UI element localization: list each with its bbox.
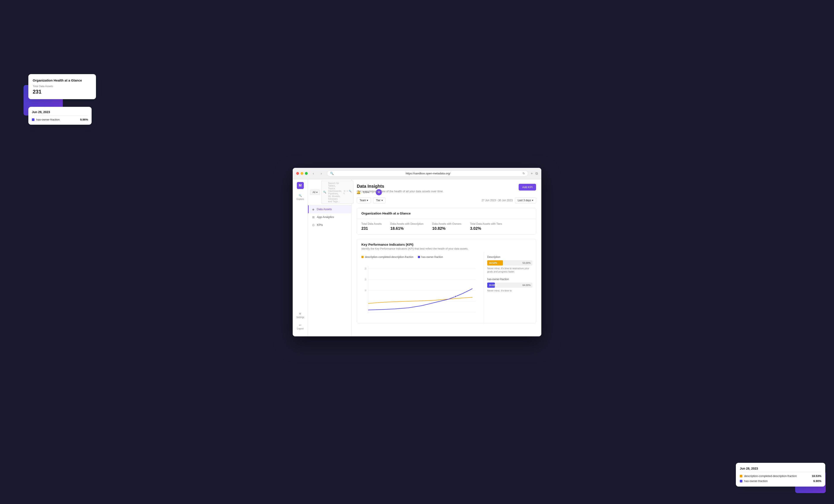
stat-label-owners: Data Assets with Owners xyxy=(432,222,461,225)
stat-label-desc: Data Assets with Description xyxy=(390,222,423,225)
explore-icon: 🔍 xyxy=(299,194,302,197)
dot-red[interactable] xyxy=(296,172,299,175)
date-range-button[interactable]: Last 3 days ▾ xyxy=(515,197,536,203)
kpi-item-owner-label: has-owner-fraction xyxy=(487,278,532,281)
kpi-content: description-completed-description-fracti… xyxy=(357,252,536,323)
chevron-down-icon: ▾ xyxy=(316,191,317,194)
kpi-item-desc-label: Description xyxy=(487,255,532,258)
date-range-info: 27 Jun 2023 - 30 Jun 2023 Last 3 days ▾ xyxy=(482,197,536,203)
new-tab-icon[interactable]: + xyxy=(531,171,533,176)
add-kpi-button[interactable]: Add KPI xyxy=(519,184,536,190)
kpi-progress-fill-desc: 18.53% xyxy=(487,260,503,266)
app-analytics-icon: ⊞ xyxy=(312,215,315,219)
kpi-target-desc: 53.00% xyxy=(523,261,531,264)
subnav-item-kpis[interactable]: ⊙ KPIs xyxy=(308,221,351,229)
stat-value-desc: 18.61% xyxy=(390,226,423,231)
url-text: https://sandbox.open-metadata.org/ xyxy=(335,172,521,175)
page-header: Data Insights Get a single pane view of … xyxy=(357,184,536,193)
browser-chrome: ‹ › 🔍 https://sandbox.open-metadata.org/… xyxy=(293,168,541,179)
kpi-section-header: Key Performance Indicators (KPI) Identif… xyxy=(357,239,536,252)
stat-value-tiers: 3.02% xyxy=(470,226,502,231)
date-range-chevron-icon: ▾ xyxy=(532,199,533,202)
kpis-icon: ⊙ xyxy=(312,223,315,227)
stat-label-tiers: Total Data Assets with Tiers xyxy=(470,222,502,225)
stat-value-total: 231 xyxy=(361,226,382,231)
search-all-dropdown[interactable]: All ▾ xyxy=(310,190,320,195)
search-icon: 🔍 xyxy=(323,191,326,193)
kpi-card: Key Performance Indicators (KPI) Identif… xyxy=(357,239,536,323)
team-filter-button[interactable]: Team ▾ xyxy=(357,197,371,203)
filters-bar: Team ▾ Tier ▾ 27 Jun 2023 - 30 Jun 2023 … xyxy=(357,197,536,203)
health-card-title: Organization Health at a Glance xyxy=(361,211,531,215)
browser-dots xyxy=(296,172,308,175)
kpi-progress-owner: 10.82% 64.00% xyxy=(487,282,532,288)
kpi-owner-desc-text: Never mind. It's time to xyxy=(487,289,532,292)
health-stats: Total Data Assets 231 Data Assets with D… xyxy=(357,219,536,234)
kpi-item-description: Description 18.53% 53.00% Never mind. It… xyxy=(487,255,532,274)
chart-area: description-completed-description-fracti… xyxy=(357,252,484,323)
stat-with-owners: Data Assets with Owners 10.82% xyxy=(432,222,461,231)
address-bar[interactable]: 🔍 https://sandbox.open-metadata.org/ ↻ xyxy=(327,170,528,176)
page-header-text: Data Insights Get a single pane view of … xyxy=(357,184,443,193)
stat-value-owners: 10.82% xyxy=(432,226,461,231)
svg-text:10: 10 xyxy=(365,289,367,292)
sidebar-item-explore[interactable]: 🔍 Explore xyxy=(297,192,304,202)
page-title: Data Insights xyxy=(357,184,443,189)
kpi-chart: 20 15 10 xyxy=(361,262,479,319)
sidebar-item-logout[interactable]: ↩ Logout xyxy=(295,322,306,332)
health-card: Organization Health at a Glance Total Da… xyxy=(357,208,536,234)
team-chevron-icon: ▾ xyxy=(367,199,368,202)
page-subtitle: Get a single pane view of the health of … xyxy=(357,190,443,193)
subnav-item-app-analytics[interactable]: ⊞ App Analytics xyxy=(308,213,351,221)
search-kbd: ⌘ K ✕ 🔍 xyxy=(344,190,351,195)
kpi-subtitle: Identify the Key Performance Indicators … xyxy=(361,247,531,250)
svg-text:20: 20 xyxy=(365,268,367,270)
dot-green[interactable] xyxy=(305,172,308,175)
search-input[interactable]: 🔍 Search for Tables, Topics, Dashboards,… xyxy=(321,181,353,204)
kpi-title: Key Performance Indicators (KPI) xyxy=(361,243,531,246)
tier-filter-button[interactable]: Tier ▾ xyxy=(373,197,386,203)
back-button[interactable]: ‹ xyxy=(310,170,316,177)
kpi-sidebar: Description 18.53% 53.00% Never mind. It… xyxy=(484,252,536,323)
date-range-text: 27 Jun 2023 - 30 Jun 2023 xyxy=(482,199,513,202)
app-container: M 🔍 Explore ⚙ Settings ↩ Logout xyxy=(293,179,541,336)
page-wrapper: All ▾ 🔍 Search for Tables, Topics, Dashb… xyxy=(308,179,541,336)
stat-with-description: Data Assets with Description 18.61% xyxy=(390,222,423,231)
search-icon: 🔍 xyxy=(330,172,334,175)
browser-actions: + ⧉ xyxy=(531,171,538,176)
content-area: Data Insights Get a single pane view of … xyxy=(352,179,541,336)
data-assets-icon: ◈ xyxy=(312,208,314,211)
svg-text:15: 15 xyxy=(365,278,367,281)
chart-legend: description-completed-description-fracti… xyxy=(361,255,479,258)
settings-icon: ⚙ xyxy=(299,313,301,315)
stat-with-tiers: Total Data Assets with Tiers 3.02% xyxy=(470,222,502,231)
legend-dot-desc xyxy=(361,256,364,258)
nav-buttons: ‹ › xyxy=(310,170,324,177)
health-card-header: Organization Health at a Glance xyxy=(357,208,536,219)
logout-icon: ↩ xyxy=(299,324,301,326)
refresh-icon[interactable]: ↻ xyxy=(523,172,525,175)
kpi-item-owner: has-owner-fraction 10.82% 64.00% Never m… xyxy=(487,278,532,292)
sidebar: M 🔍 Explore ⚙ Settings ↩ Logout xyxy=(293,179,308,336)
stat-total-assets: Total Data Assets 231 xyxy=(361,222,382,231)
tier-chevron-icon: ▾ xyxy=(381,199,383,202)
svg-point-9 xyxy=(455,296,456,297)
logo: M xyxy=(297,182,304,189)
sub-navigation: All ▾ 🔍 Search for Tables, Topics, Dashb… xyxy=(308,179,352,336)
stat-label-total: Total Data Assets xyxy=(361,222,382,225)
legend-item-desc: description-completed-description-fracti… xyxy=(361,255,414,258)
browser-window: ‹ › 🔍 https://sandbox.open-metadata.org/… xyxy=(293,168,541,336)
legend-dot-owner xyxy=(418,256,420,258)
sidebar-item-settings[interactable]: ⚙ Settings xyxy=(294,310,306,321)
kpi-target-owner: 64.00% xyxy=(523,284,531,287)
kpi-progress-desc: 18.53% 53.00% xyxy=(487,260,532,266)
kpi-progress-fill-owner: 10.82% xyxy=(487,282,495,288)
kpi-desc-text: Never mind. It's time to restructure you… xyxy=(487,267,532,274)
top-bar: All ▾ 🔍 Search for Tables, Topics, Dashb… xyxy=(308,179,351,205)
dot-yellow[interactable] xyxy=(301,172,303,175)
subnav-item-data-assets[interactable]: ◈ Data Assets xyxy=(308,205,351,213)
copy-icon[interactable]: ⧉ xyxy=(535,171,538,176)
forward-button[interactable]: › xyxy=(318,170,324,177)
legend-item-owner: has-owner-fraction xyxy=(418,255,443,258)
